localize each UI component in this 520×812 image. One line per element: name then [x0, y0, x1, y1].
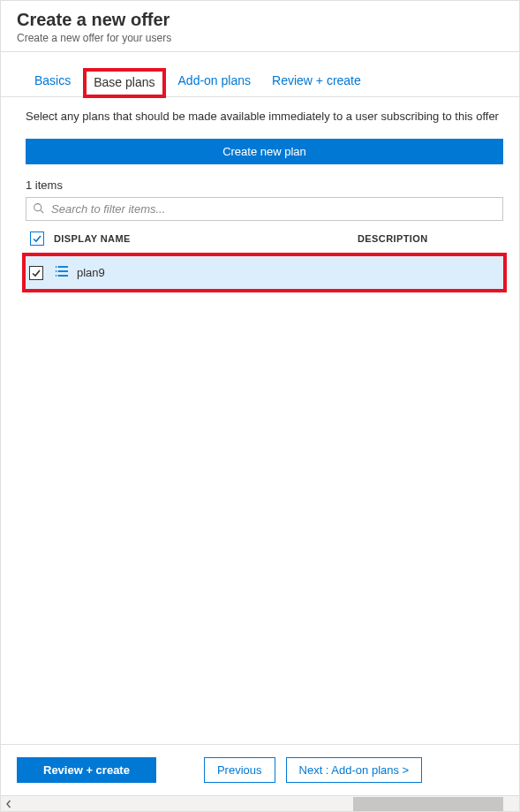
- tab-bar: Basics Base plans Add-on plans Review + …: [1, 52, 519, 97]
- previous-button[interactable]: Previous: [204, 757, 275, 783]
- filter-input[interactable]: [26, 197, 503, 221]
- page-title: Create a new offer: [17, 10, 503, 30]
- review-create-button[interactable]: Review + create: [17, 757, 156, 783]
- scrollbar-thumb[interactable]: [353, 797, 503, 811]
- plan-name: plan9: [77, 266, 105, 279]
- page-subtitle: Create a new offer for your users: [17, 32, 503, 44]
- table-row[interactable]: plan9: [26, 256, 503, 289]
- create-new-plan-button[interactable]: Create new plan: [26, 139, 503, 164]
- row-checkbox[interactable]: [29, 266, 43, 280]
- horizontal-scrollbar[interactable]: [1, 795, 519, 811]
- next-button[interactable]: Next : Add-on plans >: [286, 757, 423, 783]
- search-icon: [33, 202, 44, 216]
- items-count: 1 items: [26, 178, 503, 192]
- tab-base-plans[interactable]: Base plans: [83, 68, 165, 98]
- tab-basics[interactable]: Basics: [26, 68, 79, 96]
- svg-line-1: [41, 209, 43, 212]
- plan-icon: [54, 263, 70, 282]
- column-description[interactable]: DESCRIPTION: [358, 233, 503, 244]
- column-display-name[interactable]: DISPLAY NAME: [49, 233, 358, 244]
- table-header: DISPLAY NAME DESCRIPTION: [26, 226, 503, 251]
- tab-description: Select any plans that should be made ava…: [26, 110, 503, 123]
- tab-review-create[interactable]: Review + create: [263, 68, 370, 96]
- scroll-left-icon[interactable]: [1, 796, 17, 812]
- svg-point-0: [34, 203, 41, 210]
- select-all-checkbox[interactable]: [30, 231, 44, 246]
- tab-addon-plans[interactable]: Add-on plans: [170, 68, 260, 96]
- footer-bar: Review + create Previous Next : Add-on p…: [1, 744, 519, 795]
